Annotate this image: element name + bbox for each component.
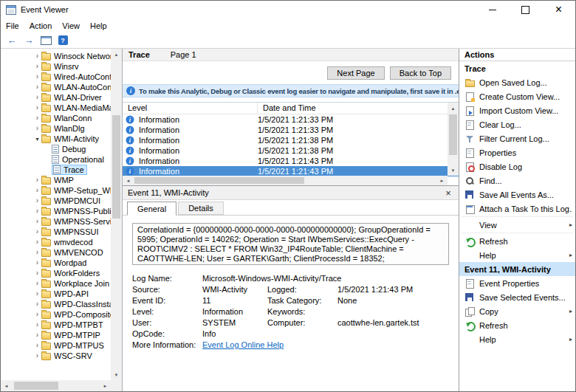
show-console-tree-icon[interactable] bbox=[38, 34, 53, 47]
close-details-icon[interactable] bbox=[443, 188, 453, 199]
tree-horizontal-scrollbar[interactable] bbox=[1, 380, 111, 391]
chevron-right-icon[interactable] bbox=[33, 268, 41, 278]
event-row[interactable]: Information1/5/2021 1:21:43 PM bbox=[123, 156, 459, 166]
chevron-right-icon[interactable] bbox=[33, 247, 41, 258]
menu-file[interactable]: File bbox=[1, 18, 24, 32]
tab-details[interactable]: Details bbox=[178, 202, 224, 215]
tree-item-wordpad[interactable]: Wordpad bbox=[1, 258, 111, 268]
column-header-level[interactable]: Level bbox=[123, 103, 258, 114]
scroll-right-icon[interactable] bbox=[100, 380, 111, 391]
action-find[interactable]: Find... bbox=[459, 173, 575, 188]
tree-item-wpd-api[interactable]: WPD-API bbox=[1, 289, 111, 299]
chevron-right-icon[interactable] bbox=[33, 216, 41, 227]
chevron-right-icon[interactable] bbox=[33, 330, 41, 340]
chevron-right-icon[interactable] bbox=[33, 299, 41, 309]
tree-vertical-scrollbar[interactable] bbox=[111, 49, 122, 380]
back-to-top-button[interactable]: Back to Top bbox=[390, 66, 451, 80]
minimize-button[interactable] bbox=[476, 1, 509, 18]
chevron-right-icon[interactable] bbox=[33, 227, 41, 237]
tree-item-wlandlg[interactable]: WlanDlg bbox=[1, 123, 111, 134]
event-row[interactable]: Information1/5/2021 1:21:33 PM bbox=[123, 125, 459, 135]
chevron-right-icon[interactable] bbox=[33, 340, 41, 351]
tree-item-workplace-join[interactable]: Workplace Join bbox=[1, 278, 111, 289]
tree-item-wpd-mtpus[interactable]: WPD-MTPUS bbox=[1, 340, 111, 351]
tree-item-wmpnssui[interactable]: WMPNSSUI bbox=[1, 227, 111, 237]
chevron-right-icon[interactable] bbox=[33, 72, 41, 82]
tree-item-winsrv[interactable]: Winsrv bbox=[1, 61, 111, 72]
event-row-selected[interactable]: Information1/5/2021 1:21:43 PM bbox=[123, 166, 459, 176]
tree-item-wpd-composite[interactable]: WPD-Composite bbox=[1, 309, 111, 320]
chevron-right-icon[interactable] bbox=[33, 103, 41, 113]
chevron-down-icon[interactable] bbox=[33, 134, 41, 145]
chevron-right-icon[interactable] bbox=[33, 278, 41, 289]
tree-item-wmpnss-servic[interactable]: WMPNSS-Servic bbox=[1, 216, 111, 227]
chevron-right-icon[interactable] bbox=[33, 351, 41, 361]
scroll-left-icon[interactable] bbox=[123, 176, 134, 185]
chevron-right-icon[interactable] bbox=[33, 113, 41, 123]
tree-item-wmp-setup-wm[interactable]: WMP-Setup_WM bbox=[1, 185, 111, 196]
chevron-right-icon[interactable] bbox=[33, 237, 41, 247]
scrollbar-thumb[interactable] bbox=[449, 114, 457, 155]
chevron-right-icon[interactable] bbox=[33, 61, 41, 72]
action-save-selected-events[interactable]: Save Selected Events... bbox=[459, 290, 575, 304]
tree-item-wsc-srv[interactable]: WSC-SRV bbox=[1, 351, 111, 361]
tree-item-trace-selected[interactable]: Trace bbox=[1, 165, 111, 175]
event-list-horizontal-scrollbar[interactable] bbox=[123, 176, 448, 185]
chevron-right-icon[interactable] bbox=[33, 82, 41, 92]
chevron-right-icon[interactable] bbox=[33, 92, 41, 103]
action-clear-log[interactable]: Clear Log... bbox=[459, 117, 575, 131]
tree-item-operational[interactable]: Operational bbox=[1, 154, 111, 165]
event-row[interactable]: Information1/5/2021 1:21:33 PM bbox=[123, 114, 459, 125]
action-copy[interactable]: Copy bbox=[459, 304, 575, 318]
action-help-2[interactable]: Help bbox=[459, 332, 575, 346]
tree-item-workfolders[interactable]: WorkFolders bbox=[1, 268, 111, 278]
tree-item-wlan-autoconf[interactable]: WLAN-AutoConf bbox=[1, 82, 111, 92]
action-filter-current-log[interactable]: Filter Current Log... bbox=[459, 131, 575, 145]
column-header-datetime[interactable]: Date and Time bbox=[258, 103, 451, 114]
event-row[interactable]: Information1/5/2021 1:21:38 PM bbox=[123, 135, 459, 145]
forward-arrow-icon[interactable] bbox=[21, 34, 36, 47]
scroll-down-icon[interactable] bbox=[448, 165, 459, 176]
menu-view[interactable]: View bbox=[57, 18, 85, 32]
tab-general[interactable]: General bbox=[127, 202, 176, 216]
tree-item-wlanconn[interactable]: WlanConn bbox=[1, 113, 111, 123]
scrollbar-thumb[interactable] bbox=[14, 382, 58, 390]
actions-group-trace-header[interactable]: Trace bbox=[459, 61, 575, 75]
tree-item-wlan-mediama[interactable]: WLAN-MediaMa bbox=[1, 103, 111, 113]
chevron-right-icon[interactable] bbox=[33, 185, 41, 196]
action-save-all-events-as[interactable]: Save All Events As... bbox=[459, 188, 575, 202]
event-log-online-help-link[interactable]: Event Log Online Help bbox=[202, 340, 284, 349]
back-arrow-icon[interactable] bbox=[4, 34, 19, 47]
chevron-right-icon[interactable] bbox=[33, 289, 41, 299]
tree-item-wmvdecod[interactable]: wmvdecod bbox=[1, 237, 111, 247]
next-page-button[interactable]: Next Page bbox=[327, 66, 384, 80]
tree-item-wmi-activity[interactable]: WMI-Activity bbox=[1, 134, 111, 144]
chevron-right-icon[interactable] bbox=[33, 175, 41, 185]
event-description-box[interactable]: CorrelationId = {00000000-0000-0000-0000… bbox=[132, 223, 449, 265]
action-create-custom-view[interactable]: Create Custom View... bbox=[459, 89, 575, 103]
action-disable-log[interactable]: Disable Log bbox=[459, 159, 575, 173]
tree-item-wmpdmcui[interactable]: WMPDMCUI bbox=[1, 196, 111, 206]
tree-item-winsock-networ[interactable]: Winsock Networ bbox=[1, 51, 111, 61]
tree-item-wlan-driver[interactable]: WLAN-Driver bbox=[1, 92, 111, 103]
scroll-up-icon[interactable] bbox=[448, 103, 459, 114]
scroll-right-icon[interactable] bbox=[436, 176, 448, 185]
action-refresh-2[interactable]: Refresh bbox=[459, 318, 575, 332]
close-button[interactable] bbox=[542, 1, 575, 18]
action-event-properties[interactable]: Event Properties bbox=[459, 276, 575, 290]
scrollbar-thumb[interactable] bbox=[112, 115, 120, 219]
action-import-custom-view[interactable]: Import Custom View... bbox=[459, 103, 575, 117]
tree-item-wmp[interactable]: WMP bbox=[1, 175, 111, 185]
action-help[interactable]: Help bbox=[459, 248, 575, 262]
scroll-left-icon[interactable] bbox=[1, 380, 12, 391]
scroll-up-icon[interactable] bbox=[111, 49, 122, 60]
action-attach-task[interactable]: Attach a Task To this Log... bbox=[459, 202, 575, 216]
action-properties[interactable]: Properties bbox=[459, 145, 575, 159]
chevron-right-icon[interactable] bbox=[33, 51, 41, 61]
scrollbar-thumb[interactable] bbox=[134, 177, 304, 184]
tree-item-wmvencod[interactable]: WMVENCOD bbox=[1, 247, 111, 258]
scroll-down-icon[interactable] bbox=[111, 369, 122, 380]
maximize-button[interactable] bbox=[509, 1, 542, 18]
action-refresh[interactable]: Refresh bbox=[459, 234, 575, 248]
event-list-vertical-scrollbar[interactable] bbox=[448, 103, 459, 176]
